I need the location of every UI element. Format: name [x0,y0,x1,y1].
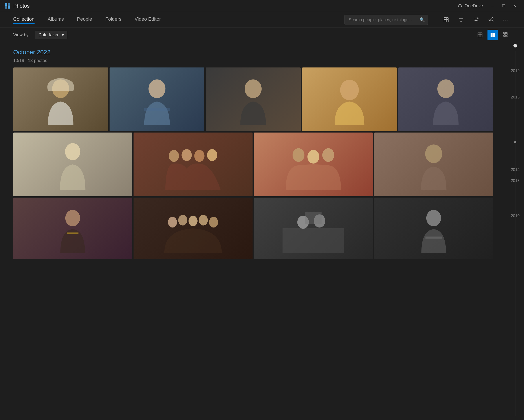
month-label: October 2022 [13,49,493,56]
timeline-thumb[interactable] [514,44,517,48]
svg-rect-36 [506,36,507,37]
view-by-value: Date taken [38,32,60,37]
photo-thumb[interactable] [206,67,301,131]
svg-point-42 [437,79,454,98]
svg-rect-20 [478,33,480,35]
svg-point-48 [293,148,305,162]
svg-rect-1 [8,3,10,6]
svg-rect-22 [478,35,480,37]
timeline-dot [514,141,516,143]
svg-point-45 [182,149,192,161]
close-button[interactable]: ✕ [509,2,520,9]
svg-rect-28 [503,33,504,34]
view-by-select[interactable]: Date taken ▾ [35,31,67,39]
svg-rect-7 [446,20,448,22]
filter-icon[interactable] [456,15,466,25]
share-icon[interactable] [486,15,496,25]
photo-thumb[interactable] [254,198,373,259]
svg-rect-23 [480,35,482,37]
svg-rect-27 [493,35,495,37]
nav-people[interactable]: People [77,16,92,23]
svg-rect-21 [480,33,482,35]
timeline-track [515,51,515,416]
onedrive-label: OneDrive [465,3,483,8]
svg-point-17 [492,21,493,22]
toolbar: View by: Date taken ▾ [0,28,524,42]
date-info: 10/19 13 photos [13,58,493,63]
svg-point-52 [65,210,80,226]
svg-point-43 [65,143,80,160]
svg-rect-33 [506,34,507,35]
list-view-button[interactable] [475,30,485,40]
svg-rect-24 [490,33,493,35]
search-icon: 🔍 [419,17,425,22]
search-input[interactable] [344,15,428,25]
app-title: Photos [13,3,30,9]
svg-point-58 [209,217,218,228]
timeline-sidebar: 2019 2016 2014 2013 2010 [507,42,524,420]
photo-thumb[interactable] [302,67,397,131]
nav-video-editor[interactable]: Video Editor [135,16,161,23]
photo-thumb[interactable] [13,67,108,131]
import-icon[interactable] [441,15,451,25]
svg-rect-62 [305,212,322,224]
photo-thumb[interactable] [254,133,373,196]
onedrive-button[interactable]: OneDrive [457,3,483,8]
photo-row-3 [13,198,493,259]
more-options-icon[interactable]: ··· [501,15,511,25]
titlebar-right: OneDrive — ☐ ✕ [457,2,520,9]
small-grid-view-button[interactable] [500,30,511,40]
photo-thumb[interactable] [13,198,132,259]
titlebar-left: Photos [4,3,30,9]
svg-point-49 [307,150,319,164]
svg-rect-59 [282,228,344,253]
photo-row-2 [13,133,493,196]
svg-rect-0 [5,3,7,6]
photo-area[interactable]: October 2022 10/19 13 photos [0,42,507,420]
svg-rect-32 [505,34,506,35]
navbar: Collection Albums People Folders Video E… [0,12,524,28]
photos-app-icon [4,3,10,9]
photo-row-1 [13,67,493,131]
svg-rect-34 [503,36,504,37]
photo-thumb[interactable] [374,133,493,196]
view-by-label: View by: [13,32,30,37]
maximize-button[interactable]: ☐ [498,2,509,9]
svg-point-44 [169,150,179,162]
svg-rect-30 [506,33,507,34]
toolbar-right [475,30,511,40]
photo-thumb[interactable] [133,198,253,259]
svg-point-56 [189,216,198,226]
people-tag-icon[interactable] [471,15,481,25]
svg-point-55 [178,215,187,226]
svg-point-41 [340,80,359,100]
svg-point-54 [168,217,177,228]
nav-albums[interactable]: Albums [48,16,64,23]
chevron-down-icon: ▾ [62,32,64,38]
nav-collection[interactable]: Collection [13,16,35,23]
svg-rect-53 [67,233,78,234]
timeline-year-2016[interactable]: 2016 [511,95,520,100]
timeline-year-2014[interactable]: 2014 [511,168,520,172]
photo-thumb[interactable] [110,67,205,131]
timeline-year-2019[interactable]: 2019 [511,68,520,73]
medium-grid-view-button[interactable] [488,30,498,40]
svg-rect-6 [444,20,446,22]
svg-point-38 [148,79,166,98]
photo-thumb[interactable] [13,133,132,196]
timeline-year-2013[interactable]: 2013 [511,178,520,183]
titlebar: Photos OneDrive — ☐ ✕ [0,0,524,12]
window-controls: — ☐ ✕ [488,2,520,9]
svg-rect-5 [446,17,448,20]
minimize-button[interactable]: — [488,2,498,9]
svg-point-16 [489,19,490,20]
nav-folders[interactable]: Folders [105,16,121,23]
timeline-year-2010[interactable]: 2010 [511,214,520,218]
photo-thumb[interactable] [374,198,493,259]
photo-thumb[interactable] [398,67,493,131]
svg-rect-3 [8,6,10,8]
photo-count: 13 photos [28,58,47,63]
photo-thumb[interactable] [133,133,253,196]
nav-icons: ··· [441,15,511,25]
svg-point-15 [492,17,493,19]
